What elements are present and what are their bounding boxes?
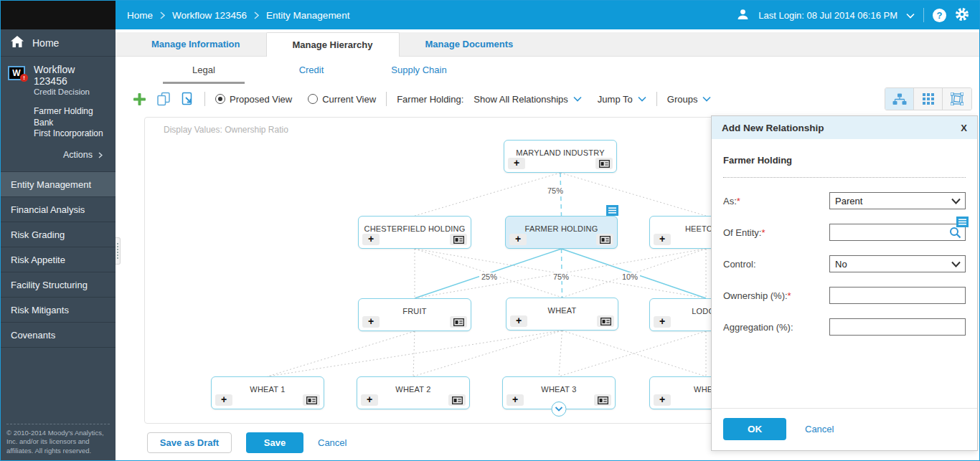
add-relationship-icon[interactable]: + bbox=[215, 394, 232, 406]
entity-card-icon[interactable] bbox=[450, 234, 467, 245]
relationship-filter-dropdown[interactable]: Show All Relationships bbox=[473, 94, 582, 105]
hierarchy-toolbar: Proposed View Current View Farmer Holdin… bbox=[116, 84, 979, 114]
add-relationship-icon[interactable]: + bbox=[362, 234, 380, 245]
grid-view-button[interactable] bbox=[914, 88, 943, 110]
sidebar-item-risk-grading[interactable]: Risk Grading bbox=[1, 222, 116, 247]
groups-dropdown[interactable]: Groups bbox=[667, 94, 712, 105]
panel-divider bbox=[723, 177, 966, 178]
sidebar-item-entity-management[interactable]: Entity Management bbox=[1, 172, 116, 197]
workflow-entity-name: Farmer Holding Bank First Incorporation bbox=[34, 106, 110, 140]
control-select[interactable]: No bbox=[829, 255, 966, 272]
as-select[interactable]: Parent bbox=[829, 192, 966, 209]
node-label: WHEAT 2 bbox=[357, 377, 469, 394]
user-icon[interactable] bbox=[736, 8, 750, 23]
chevron-down-icon[interactable] bbox=[906, 10, 915, 21]
jump-to-dropdown[interactable]: Jump To bbox=[598, 94, 646, 105]
add-relationship-icon[interactable]: + bbox=[654, 316, 671, 328]
tab-manage-information[interactable]: Manage Information bbox=[126, 32, 266, 56]
hierarchy-view-button[interactable] bbox=[885, 88, 914, 110]
ownership-field-label: Ownership (%):* bbox=[723, 290, 829, 301]
add-relationship-icon[interactable]: + bbox=[509, 234, 527, 245]
radio-unselected-icon bbox=[308, 94, 318, 104]
breadcrumb-entity-management[interactable]: Entity Management bbox=[266, 10, 349, 21]
add-relationship-icon[interactable]: + bbox=[362, 316, 380, 328]
sidebar-item-facility-structuring[interactable]: Facility Structuring bbox=[1, 272, 116, 298]
workflow-title[interactable]: Workflow 123456 bbox=[34, 64, 110, 87]
save-as-draft-button[interactable]: Save as Draft bbox=[147, 432, 232, 453]
sidebar-item-home[interactable]: Home bbox=[1, 29, 116, 57]
subtab-credit[interactable]: Credit bbox=[258, 57, 365, 84]
search-icon[interactable] bbox=[949, 227, 961, 242]
ownership-percent-label: 75% bbox=[545, 186, 565, 195]
aggregation-input[interactable] bbox=[829, 318, 966, 336]
view-toggle-group bbox=[885, 87, 972, 110]
node-menu-icon[interactable] bbox=[606, 205, 618, 216]
actions-menu[interactable]: Actions bbox=[6, 140, 110, 167]
breadcrumb-workflow[interactable]: Workflow 123456 bbox=[172, 10, 247, 21]
chevron-down-icon bbox=[573, 96, 582, 102]
entity-card-icon[interactable] bbox=[448, 394, 466, 406]
add-relationship-icon[interactable]: + bbox=[508, 158, 525, 169]
entity-filter-label: Farmer Holding: bbox=[397, 94, 463, 105]
entity-card-icon[interactable] bbox=[597, 315, 614, 327]
cancel-link[interactable]: Cancel bbox=[318, 437, 347, 448]
entity-card-icon[interactable] bbox=[450, 316, 467, 328]
sidebar-item-risk-mitigants[interactable]: Risk Mitigants bbox=[1, 298, 116, 323]
save-button[interactable]: Save bbox=[246, 432, 303, 453]
export-icon[interactable] bbox=[181, 92, 194, 106]
radio-selected-icon bbox=[215, 94, 225, 104]
copy-icon[interactable] bbox=[156, 92, 171, 106]
node-wheat[interactable]: WHEAT+ bbox=[506, 298, 618, 331]
add-relationship-icon[interactable]: + bbox=[361, 394, 378, 406]
app-window: Home Workflow 123456 Entity Management L… bbox=[0, 0, 980, 461]
of-entity-input[interactable] bbox=[829, 224, 966, 241]
node-maryland[interactable]: MARYLAND INDUSTRY+ bbox=[504, 140, 617, 173]
gear-icon[interactable] bbox=[955, 7, 969, 24]
add-relationship-icon[interactable]: + bbox=[510, 315, 527, 327]
expand-children-icon[interactable] bbox=[552, 401, 567, 417]
tab-manage-hierarchy[interactable]: Manage Hierarchy bbox=[266, 32, 400, 57]
subtab-legal[interactable]: Legal bbox=[150, 57, 258, 84]
chevron-down-icon bbox=[951, 198, 961, 204]
sidebar-workflow-block: W ! Workflow 123456 Credit Decision Farm… bbox=[1, 57, 116, 171]
workflow-subtitle: Credit Decision bbox=[34, 87, 110, 96]
add-entity-icon[interactable] bbox=[133, 92, 146, 106]
breadcrumb-home[interactable]: Home bbox=[127, 10, 153, 21]
node-farmer[interactable]: FARMER HOLDING+ bbox=[505, 216, 618, 249]
node-chesterfield[interactable]: CHESTERFIELD HOLDING+ bbox=[358, 216, 471, 249]
entity-card-icon[interactable] bbox=[594, 394, 611, 406]
entity-lookup-menu-icon[interactable] bbox=[956, 217, 969, 227]
chevron-right-icon bbox=[98, 152, 103, 158]
entity-card-icon[interactable] bbox=[595, 158, 613, 169]
node-label: FRUIT bbox=[359, 299, 471, 315]
node-wheat2[interactable]: WHEAT 2+ bbox=[357, 376, 470, 409]
ownership-input[interactable] bbox=[829, 287, 966, 304]
add-relationship-panel: Add New Relationship X Farmer Holding As… bbox=[711, 115, 978, 451]
close-icon[interactable]: X bbox=[961, 123, 967, 133]
ok-button[interactable]: OK bbox=[723, 418, 786, 440]
help-icon[interactable]: ? bbox=[933, 9, 946, 22]
sidebar-collapse-handle[interactable] bbox=[116, 237, 121, 265]
entity-card-icon[interactable] bbox=[303, 394, 320, 406]
node-wheat1[interactable]: WHEAT 1+ bbox=[211, 376, 324, 409]
sidebar-item-risk-appetite[interactable]: Risk Appetite bbox=[1, 247, 116, 272]
entity-card-icon[interactable] bbox=[596, 234, 613, 245]
node-label: CHESTERFIELD HOLDING bbox=[359, 217, 471, 233]
sidebar: Home W ! Workflow 123456 Credit Decision… bbox=[1, 29, 116, 460]
add-relationship-icon[interactable]: + bbox=[654, 394, 671, 406]
sidebar-item-financial-analysis[interactable]: Financial Analysis bbox=[1, 197, 116, 222]
panel-cancel-link[interactable]: Cancel bbox=[805, 424, 834, 434]
subtab-supply-chain[interactable]: Supply Chain bbox=[365, 57, 473, 84]
breadcrumb: Home Workflow 123456 Entity Management bbox=[127, 10, 349, 21]
add-relationship-icon[interactable]: + bbox=[507, 394, 524, 406]
add-relationship-icon[interactable]: + bbox=[654, 234, 671, 245]
node-wheat3[interactable]: WHEAT 3+ bbox=[502, 376, 616, 409]
proposed-view-radio[interactable]: Proposed View bbox=[215, 94, 292, 105]
node-fruit[interactable]: FRUIT+ bbox=[358, 298, 471, 331]
current-view-radio[interactable]: Current View bbox=[308, 94, 376, 105]
sidebar-item-covenants[interactable]: Covenants bbox=[1, 323, 116, 348]
panel-title: Add New Relationship bbox=[722, 123, 824, 133]
tab-manage-documents[interactable]: Manage Documents bbox=[400, 32, 540, 56]
fit-selection-button[interactable] bbox=[943, 88, 971, 110]
workflow-icon: W ! bbox=[8, 66, 25, 80]
